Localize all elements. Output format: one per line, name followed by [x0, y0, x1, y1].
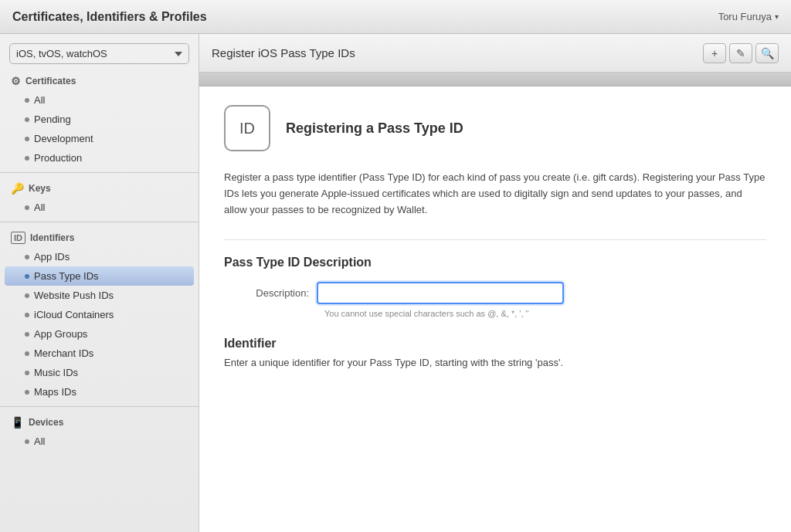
dot-icon	[25, 274, 29, 279]
progress-bar	[199, 73, 791, 86]
identifiers-label: Identifiers	[30, 232, 74, 243]
sidebar-item-keys-all[interactable]: All	[0, 198, 199, 217]
certificates-label: Certificates	[25, 76, 76, 86]
dot-icon	[25, 439, 29, 444]
divider-1	[0, 172, 199, 173]
sidebar-item-music-ids[interactable]: Music IDs	[0, 363, 199, 382]
sidebar-item-merchant-ids[interactable]: Merchant IDs	[0, 344, 199, 363]
dot-icon	[25, 255, 29, 259]
content-title: Register iOS Pass Type IDs	[212, 46, 355, 59]
devices-label: Devices	[29, 417, 63, 428]
keys-icon: 🔑	[11, 182, 24, 195]
form-section: Pass Type ID Description Description: Yo…	[224, 256, 766, 318]
sidebar-item-certs-pending[interactable]: Pending	[0, 110, 199, 129]
sidebar: iOS, tvOS, watchOSmacOS ⚙ Certificates A…	[0, 34, 199, 532]
sidebar-item-label: iCloud Containers	[34, 309, 114, 320]
sidebar-item-label: App IDs	[34, 251, 70, 263]
edit-button[interactable]: ✎	[729, 43, 752, 63]
sidebar-item-label: All	[34, 435, 45, 447]
devices-icon: 📱	[11, 416, 24, 429]
dot-icon	[25, 390, 29, 395]
app-title: Certificates, Identifiers & Profiles	[12, 10, 207, 24]
top-bar: Certificates, Identifiers & Profiles Tor…	[0, 0, 791, 34]
dot-icon	[25, 137, 29, 141]
divider-3	[0, 406, 199, 407]
user-menu[interactable]: Toru Furuya ▾	[718, 11, 779, 22]
dot-icon	[25, 371, 29, 375]
dot-icon	[25, 156, 29, 161]
platform-select[interactable]: iOS, tvOS, watchOSmacOS	[9, 43, 189, 64]
dot-icon	[25, 351, 29, 356]
sidebar-item-label: All	[34, 94, 45, 106]
dot-icon	[25, 332, 29, 337]
sidebar-item-certs-production[interactable]: Production	[0, 148, 199, 168]
sidebar-item-label: All	[34, 202, 45, 213]
sidebar-item-app-ids[interactable]: App IDs	[0, 247, 199, 266]
username: Toru Furuya	[718, 11, 772, 22]
sidebar-item-label: Music IDs	[34, 367, 78, 378]
identifier-title: Identifier	[224, 337, 766, 351]
identifier-description: Enter a unique identifier for your Pass …	[224, 355, 766, 371]
devices-header: 📱 Devices	[0, 412, 199, 432]
keys-label: Keys	[29, 183, 51, 194]
sidebar-item-icloud-containers[interactable]: iCloud Containers	[0, 305, 199, 324]
form-section-title: Pass Type ID Description	[224, 256, 766, 269]
dot-icon	[25, 117, 29, 122]
sidebar-section-keys: 🔑 Keys All	[0, 178, 199, 217]
content-body: ID Registering a Pass Type ID Register a…	[199, 86, 791, 532]
register-icon-text: ID	[239, 120, 255, 137]
description-label: Description:	[224, 287, 317, 299]
sidebar-item-pass-type-ids[interactable]: Pass Type IDs	[5, 266, 194, 286]
sidebar-item-label: Development	[34, 133, 93, 144]
dot-icon	[25, 205, 29, 210]
content-area: Register iOS Pass Type IDs + ✎ 🔍 ID Regi…	[199, 34, 791, 532]
sidebar-item-label: Merchant IDs	[34, 347, 93, 359]
certificates-header: ⚙ Certificates	[0, 70, 199, 90]
sidebar-item-devices-all[interactable]: All	[0, 432, 199, 451]
section-divider	[224, 239, 766, 240]
search-button[interactable]: 🔍	[755, 43, 779, 63]
register-description: Register a pass type identifier (Pass Ty…	[224, 170, 766, 218]
sidebar-item-label: Pending	[34, 114, 71, 125]
register-id-icon: ID	[224, 105, 270, 151]
identifiers-icon: ID	[11, 232, 25, 244]
sidebar-section-identifiers: ID Identifiers App IDs Pass Type IDs Web…	[0, 227, 199, 402]
identifier-section: Identifier Enter a unique identifier for…	[224, 337, 766, 371]
description-hint: You cannot use special characters such a…	[324, 309, 766, 318]
identifiers-header: ID Identifiers	[0, 227, 199, 247]
platform-selector[interactable]: iOS, tvOS, watchOSmacOS	[9, 43, 189, 64]
description-row: Description:	[224, 282, 766, 304]
description-input[interactable]	[317, 282, 564, 304]
sidebar-item-label: App Groups	[34, 328, 87, 340]
content-header: Register iOS Pass Type IDs + ✎ 🔍	[199, 34, 791, 73]
sidebar-item-label: Website Push IDs	[34, 290, 114, 301]
register-header: ID Registering a Pass Type ID	[224, 105, 766, 151]
sidebar-item-certs-development[interactable]: Development	[0, 129, 199, 148]
sidebar-item-label: Maps IDs	[34, 386, 76, 398]
divider-2	[0, 222, 199, 222]
certificates-icon: ⚙	[11, 75, 21, 87]
sidebar-item-app-groups[interactable]: App Groups	[0, 324, 199, 344]
header-actions: + ✎ 🔍	[703, 43, 779, 63]
add-button[interactable]: +	[703, 43, 726, 63]
dot-icon	[25, 293, 29, 298]
main-layout: iOS, tvOS, watchOSmacOS ⚙ Certificates A…	[0, 34, 791, 532]
sidebar-item-certs-all[interactable]: All	[0, 90, 199, 110]
dot-icon	[25, 98, 29, 103]
keys-header: 🔑 Keys	[0, 178, 199, 198]
user-menu-chevron: ▾	[775, 12, 779, 21]
sidebar-section-devices: 📱 Devices All	[0, 412, 199, 451]
sidebar-section-certificates: ⚙ Certificates All Pending Development P…	[0, 70, 199, 168]
dot-icon	[25, 313, 29, 317]
sidebar-item-label: Production	[34, 152, 82, 164]
register-title: Registering a Pass Type ID	[286, 120, 463, 137]
sidebar-item-label: Pass Type IDs	[34, 270, 99, 282]
sidebar-item-website-push-ids[interactable]: Website Push IDs	[0, 286, 199, 305]
sidebar-item-maps-ids[interactable]: Maps IDs	[0, 382, 199, 402]
